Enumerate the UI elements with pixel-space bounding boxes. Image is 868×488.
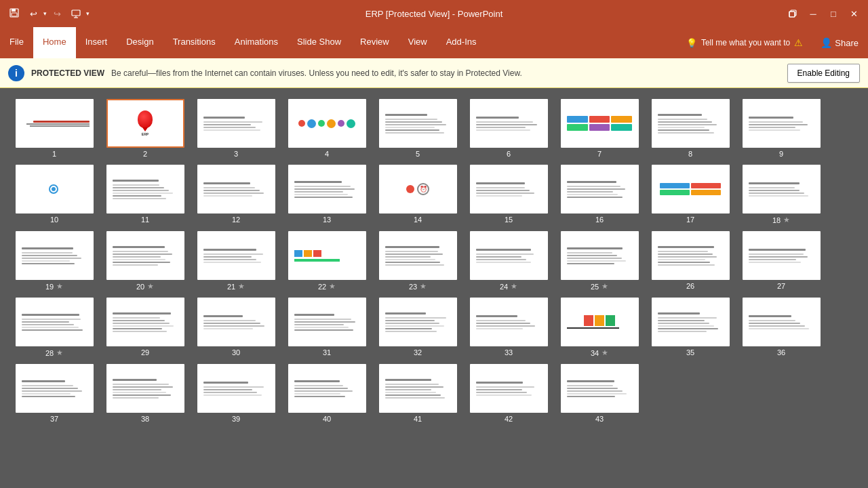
slide-thumbnail[interactable]: [288, 165, 366, 214]
slide-thumbnail[interactable]: [561, 231, 639, 280]
save-button[interactable]: [5, 5, 23, 22]
slide-item[interactable]: 11: [104, 165, 186, 224]
ribbon-search[interactable]: 💡 Tell me what you want to ⚠: [678, 27, 811, 58]
slide-item[interactable]: 38: [104, 364, 186, 423]
slide-thumbnail[interactable]: [470, 99, 548, 148]
slide-item[interactable]: 8: [650, 99, 731, 158]
slide-thumbnail[interactable]: [106, 298, 184, 346]
share-button[interactable]: 👤 Share: [811, 27, 868, 58]
slide-item[interactable]: 15: [468, 165, 549, 224]
slide-thumbnail[interactable]: [743, 99, 821, 148]
slide-thumbnail[interactable]: [652, 99, 730, 148]
undo-button[interactable]: ↩: [24, 5, 42, 22]
slide-thumbnail[interactable]: [16, 364, 94, 413]
slide-item[interactable]: 13: [286, 165, 368, 224]
slide-thumbnail[interactable]: [197, 165, 275, 214]
tab-insert[interactable]: Insert: [76, 27, 117, 58]
close-button[interactable]: ✕: [845, 5, 863, 22]
slide-item[interactable]: 20★: [104, 231, 186, 291]
slide-thumbnail[interactable]: [197, 298, 275, 346]
slide-item[interactable]: 29: [104, 298, 186, 357]
tab-review[interactable]: Review: [351, 27, 399, 58]
slide-thumbnail[interactable]: [561, 364, 639, 413]
slide-item[interactable]: 17: [650, 165, 731, 224]
slide-item[interactable]: 16: [559, 165, 640, 224]
slide-thumbnail[interactable]: [379, 231, 457, 280]
slide-thumbnail[interactable]: [743, 231, 821, 280]
slide-thumbnail[interactable]: [106, 364, 184, 413]
maximize-button[interactable]: □: [825, 5, 842, 22]
slide-item[interactable]: 24★: [468, 231, 549, 291]
slide-item[interactable]: 35: [650, 298, 731, 357]
slide-item[interactable]: 37: [14, 364, 95, 423]
slide-thumbnail[interactable]: [16, 231, 94, 280]
slide-thumbnail[interactable]: [470, 231, 548, 280]
slide-item[interactable]: 32: [377, 298, 458, 357]
slide-item[interactable]: 33: [468, 298, 549, 357]
slide-item[interactable]: 18★: [741, 165, 822, 224]
slide-item[interactable]: 19★: [14, 231, 95, 291]
slide-item[interactable]: 27: [741, 231, 822, 291]
slide-item[interactable]: 21★: [195, 231, 277, 291]
slide-thumbnail[interactable]: [379, 364, 457, 413]
slide-thumbnail[interactable]: [288, 364, 366, 413]
slide-thumbnail[interactable]: [16, 165, 94, 214]
present-button[interactable]: [67, 5, 85, 22]
slide-item[interactable]: 5: [377, 99, 458, 158]
enable-editing-button[interactable]: Enable Editing: [787, 64, 860, 83]
slide-item[interactable]: 40: [286, 364, 368, 423]
slide-thumbnail[interactable]: [743, 298, 821, 346]
slide-item[interactable]: 3: [195, 99, 277, 158]
slide-thumbnail[interactable]: [288, 231, 366, 280]
slide-item[interactable]: 41: [377, 364, 458, 423]
slide-thumbnail[interactable]: [379, 298, 457, 346]
tab-home[interactable]: Home: [33, 27, 76, 58]
slide-item[interactable]: 39: [195, 364, 277, 423]
slide-thumbnail[interactable]: [288, 99, 366, 148]
customize-dropdown[interactable]: ▾: [86, 10, 90, 17]
slide-thumbnail[interactable]: [743, 165, 821, 214]
slide-thumbnail[interactable]: [197, 364, 275, 413]
slide-item[interactable]: 4: [286, 99, 368, 158]
slide-thumbnail[interactable]: [561, 165, 639, 214]
tab-animations[interactable]: Animations: [225, 27, 288, 58]
slide-thumbnail[interactable]: [16, 298, 94, 346]
slide-item[interactable]: 9: [741, 99, 822, 158]
slide-thumbnail[interactable]: [379, 99, 457, 148]
slide-item[interactable]: 36: [741, 298, 822, 357]
slide-item[interactable]: 22★: [286, 231, 368, 291]
slide-item[interactable]: 12: [195, 165, 277, 224]
slide-thumbnail[interactable]: ERP: [106, 99, 184, 148]
slide-item[interactable]: 6: [468, 99, 549, 158]
slide-item[interactable]: 31: [286, 298, 368, 357]
slide-thumbnail[interactable]: ⏰: [379, 165, 457, 214]
slide-item[interactable]: 10: [14, 165, 95, 224]
slide-item[interactable]: ERP 2: [104, 99, 186, 158]
slide-thumbnail[interactable]: [197, 231, 275, 280]
tab-slideshow[interactable]: Slide Show: [288, 27, 351, 58]
slide-item[interactable]: ⏰ 14: [377, 165, 458, 224]
slide-item[interactable]: 23★: [377, 231, 458, 291]
tab-addins[interactable]: Add-Ins: [437, 27, 486, 58]
slide-item[interactable]: 28★: [14, 298, 95, 357]
slide-thumbnail[interactable]: [561, 298, 639, 346]
slide-item[interactable]: 7: [559, 99, 640, 158]
undo-dropdown[interactable]: ▾: [43, 10, 47, 17]
slide-thumbnail[interactable]: [652, 231, 730, 280]
slide-thumbnail[interactable]: [652, 298, 730, 346]
slide-item[interactable]: 43: [559, 364, 640, 423]
slide-thumbnail[interactable]: [106, 165, 184, 214]
restore-down-button[interactable]: [784, 5, 802, 22]
slide-item[interactable]: 34★: [559, 298, 640, 357]
slide-item[interactable]: 26: [650, 231, 731, 291]
slide-thumbnail[interactable]: [106, 231, 184, 280]
tab-file[interactable]: File: [0, 27, 33, 58]
slide-item[interactable]: 1: [14, 99, 95, 158]
slide-thumbnail[interactable]: [288, 298, 366, 346]
tab-view[interactable]: View: [399, 27, 437, 58]
slide-thumbnail[interactable]: [470, 165, 548, 214]
redo-button[interactable]: ↪: [48, 5, 66, 22]
slide-thumbnail[interactable]: [197, 99, 275, 148]
slide-thumbnail[interactable]: [16, 99, 94, 148]
slide-item[interactable]: 30: [195, 298, 277, 357]
